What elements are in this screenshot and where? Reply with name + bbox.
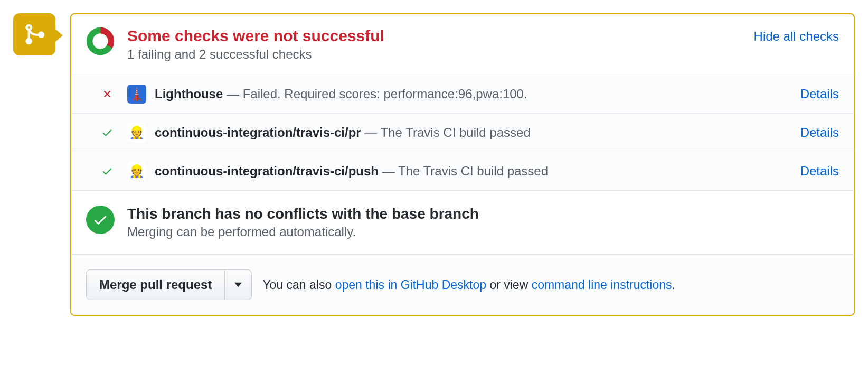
check-description: — Failed. Required scores: performance:9…: [223, 87, 527, 101]
check-details-link[interactable]: Details: [800, 87, 839, 101]
check-avatar: 👷: [127, 162, 146, 181]
merge-button-group: Merge pull request: [86, 269, 252, 300]
check-name: Lighthouse: [155, 87, 223, 101]
merge-status-box: Some checks were not successful 1 failin…: [70, 13, 855, 316]
command-line-instructions-link[interactable]: command line instructions: [532, 278, 672, 292]
check-description: — The Travis CI build passed: [379, 164, 548, 178]
check-row: 🗼Lighthouse — Failed. Required scores: p…: [71, 75, 854, 114]
conflicts-section: This branch has no conflicts with the ba…: [71, 191, 854, 255]
x-icon: [100, 88, 115, 100]
check-avatar: 👷: [127, 123, 146, 142]
check-name: continuous-integration/travis-ci/pr: [155, 125, 361, 139]
checks-list: 🗼Lighthouse — Failed. Required scores: p…: [71, 75, 854, 191]
status-donut-icon: [86, 27, 115, 55]
merge-pull-request-button[interactable]: Merge pull request: [86, 269, 225, 300]
check-row: 👷continuous-integration/travis-ci/pr — T…: [71, 114, 854, 152]
check-icon: [92, 212, 108, 228]
merge-alt-text: You can also open this in GitHub Desktop…: [262, 278, 675, 292]
check-icon: [100, 165, 115, 177]
conflicts-title: This branch has no conflicts with the ba…: [127, 206, 479, 222]
check-avatar: 🗼: [127, 85, 146, 104]
conflicts-subtitle: Merging can be performed automatically.: [127, 225, 479, 239]
merge-timeline-badge: [13, 13, 55, 55]
git-merge-icon: [23, 23, 46, 46]
check-text: continuous-integration/travis-ci/push — …: [155, 164, 792, 179]
check-row: 👷continuous-integration/travis-ci/push —…: [71, 152, 854, 191]
check-text: continuous-integration/travis-ci/pr — Th…: [155, 125, 792, 140]
merge-options-dropdown[interactable]: [225, 269, 252, 300]
merge-actions: Merge pull request You can also open thi…: [71, 255, 854, 315]
check-icon: [100, 127, 115, 138]
check-name: continuous-integration/travis-ci/push: [155, 164, 379, 178]
check-details-link[interactable]: Details: [800, 125, 839, 140]
svg-point-1: [90, 31, 111, 52]
caret-down-icon: [234, 282, 242, 287]
checks-summary-subtitle: 1 failing and 2 successful checks: [127, 47, 384, 62]
checks-summary-title: Some checks were not successful: [127, 27, 384, 45]
check-description: — The Travis CI build passed: [361, 125, 531, 139]
open-github-desktop-link[interactable]: open this in GitHub Desktop: [335, 278, 486, 292]
hide-all-checks-link[interactable]: Hide all checks: [754, 29, 839, 44]
conflicts-status-icon: [86, 206, 115, 234]
check-text: Lighthouse — Failed. Required scores: pe…: [155, 87, 792, 101]
check-details-link[interactable]: Details: [800, 164, 839, 179]
checks-summary: Some checks were not successful 1 failin…: [71, 14, 854, 75]
